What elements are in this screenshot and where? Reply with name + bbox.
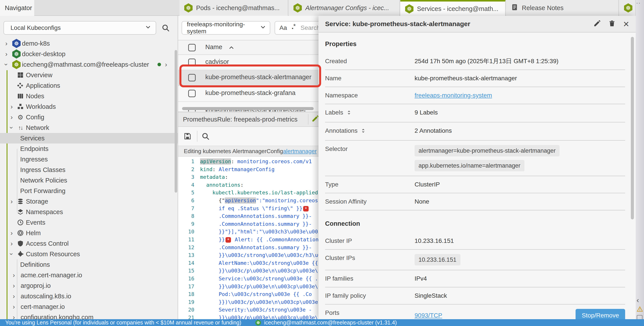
stop-remove-button[interactable]: Stop/Remove	[576, 309, 625, 319]
sidebar-item-label: Services	[20, 135, 44, 142]
editing-resource-link[interactable]: alertmanager	[283, 148, 316, 155]
chevron-down-icon[interactable]: ›	[8, 253, 15, 255]
edit-pencil-icon[interactable]	[312, 115, 319, 124]
sidebar-item-network[interactable]: ›↑↓Network	[0, 122, 178, 133]
sidebar-item-definitions[interactable]: Definitions	[0, 259, 178, 270]
close-icon[interactable]: ×	[505, 5, 506, 13]
yaml-editor[interactable]: 1apiVersion: monitoring.coreos.com/v12ki…	[178, 157, 319, 319]
tab-alertmanager-configs[interactable]: ☸Alertmanager Configs - icec...	[289, 0, 400, 16]
drawer-scrollbar[interactable]	[631, 37, 634, 220]
sidebar-item-network-policies[interactable]: Network Policies	[0, 175, 178, 186]
tab-services[interactable]: ☸Services - icecheng@math...×	[400, 0, 506, 16]
sidebar-item-ingress-classes[interactable]: Ingress Classes	[0, 164, 178, 175]
sidebar-item-custom-resources[interactable]: ›Custom Resources	[0, 249, 178, 259]
sidebar-item-nodes[interactable]: Nodes	[0, 91, 178, 101]
kubeconfig-select[interactable]: Local Kubeconfigs	[4, 21, 156, 35]
sidebar-item-workloads[interactable]: ›Workloads	[0, 101, 178, 112]
properties-heading: Properties	[325, 40, 625, 48]
editor-search-icon[interactable]	[201, 132, 210, 141]
row-checkbox[interactable]	[188, 90, 196, 97]
sort-toggle-icon[interactable]	[346, 108, 352, 118]
table-row-kube-prometheus-stack-kube-state-metrics[interactable]: kube-prometheus-stack-kube-state-metrics	[178, 102, 319, 112]
sidebar-item-label: autoscaling.k8s.io	[20, 293, 71, 300]
chevron-right-icon[interactable]: ›	[10, 198, 13, 205]
code-line-6: 6 {"apiVersion":"monitoring.coreos.com/v…	[178, 198, 319, 205]
annotation-highlight-box	[180, 64, 321, 87]
sort-toggle-icon[interactable]	[360, 127, 366, 136]
sidebar-item-autoscaling-k8s-io[interactable]: ›autoscaling.k8s.io	[0, 291, 178, 302]
sidebar-item-label: Nodes	[26, 92, 44, 100]
sidebar-item-demo-k8s[interactable]: ›☸demo-k8s	[0, 38, 178, 49]
drawer-title: Service: kube-prometheus-stack-alertmana…	[325, 20, 586, 28]
code-line-8: 8 .CommonAnnotations.summary }}-	[178, 213, 319, 221]
active-cluster-label[interactable]: icecheng@mathmast.com@freeleaps-cluster …	[264, 320, 397, 326]
sidebar-item-services[interactable]: Services	[0, 133, 178, 144]
sidebar-scrollbar[interactable]	[174, 50, 177, 192]
sidebar-item-docker-desktop[interactable]: ›☸docker-desktop	[0, 49, 178, 59]
chevron-right-icon[interactable]: ›	[5, 40, 8, 47]
save-icon[interactable]	[183, 132, 192, 141]
kubernetes-icon: ☸	[624, 3, 632, 12]
chevron-right-icon[interactable]: ›	[13, 282, 15, 289]
storage-icon	[17, 198, 24, 205]
detail-label: Cluster IPs	[325, 254, 355, 262]
chevron-right-icon[interactable]: ›	[5, 51, 8, 57]
warning-triangle-icon[interactable]	[636, 306, 643, 313]
sidebar-item-storage[interactable]: ›Storage	[0, 196, 178, 207]
delete-trash-icon[interactable]	[608, 20, 616, 28]
sidebar-item-icecheng-mathmast-com-freeleaps-cluster[interactable]: ›☸icecheng@mathmast.com@freeleaps-cluste…	[0, 59, 178, 70]
tab-release-notes[interactable]: Release Notes	[506, 0, 619, 16]
search-icon[interactable]	[162, 24, 170, 33]
editor-toolbar	[178, 127, 319, 146]
chevron-right-icon[interactable]: ›	[10, 240, 13, 247]
edit-pencil-icon[interactable]	[593, 20, 601, 28]
close-icon[interactable]: ×	[623, 19, 629, 29]
sidebar-item-helm[interactable]: ›Helm	[0, 228, 178, 238]
sidebar-item-access-control[interactable]: ›Access Control	[0, 238, 178, 249]
sidebar-item-namespaces[interactable]: Namespaces	[0, 207, 178, 217]
sidebar-item-events[interactable]: Events	[0, 217, 178, 228]
table-row-kube-prometheus-stack-grafana[interactable]: kube-prometheus-stack-grafana	[178, 86, 319, 102]
sidebar-item-argoproj-io[interactable]: ›argoproj.io	[0, 280, 178, 291]
select-all-checkbox[interactable]	[188, 44, 196, 51]
chevron-down-icon[interactable]: ›	[8, 126, 15, 129]
match-case-toggle[interactable]: Aa	[280, 24, 287, 31]
chevron-right-icon[interactable]: ›	[10, 114, 13, 120]
code-line-15: 15 }}\u003c/p\u003e\n\u003cp\u003e\u003c	[178, 268, 319, 276]
sidebar-item-label: Ingresses	[20, 156, 48, 163]
line-number: 2	[178, 166, 200, 174]
chevron-right-icon[interactable]: ›	[13, 293, 15, 300]
search-input[interactable]: Aa ▪* Search...	[274, 21, 319, 35]
kubernetes-icon: ☸	[12, 49, 20, 58]
regex-toggle[interactable]: ▪*	[292, 24, 296, 31]
sidebar-item-cert-manager-io[interactable]: ›cert-manager.io	[0, 302, 178, 312]
chevron-right-icon[interactable]: ›	[10, 230, 13, 236]
tab-pods[interactable]: ☸Pods - icecheng@mathmas...	[180, 0, 288, 16]
sidebar-item-port-forwarding[interactable]: Port Forwarding	[0, 186, 178, 196]
chevron-right-icon[interactable]: ›	[13, 304, 15, 310]
port-link[interactable]: 9093/TCP	[414, 312, 442, 319]
chevron-right-icon[interactable]: ›	[13, 272, 15, 278]
sidebar-item-ingresses[interactable]: Ingresses	[0, 154, 178, 164]
chevron-right-icon[interactable]: ›	[13, 314, 15, 319]
collapse-chevron-icon[interactable]: ‹	[636, 296, 639, 304]
chevron-right-icon[interactable]: ›	[10, 103, 13, 110]
horizontal-scrollbar[interactable]	[182, 107, 314, 110]
chevron-down-icon[interactable]: ›	[3, 64, 10, 66]
chevron-right-icon[interactable]: ›	[165, 61, 167, 68]
sidebar-item-acme-cert-manager-io[interactable]: ›acme.cert-manager.io	[0, 270, 178, 280]
sidebar-item-overview[interactable]: Overview	[0, 70, 178, 80]
namespace-link[interactable]: freeleaps-monitoring-system	[414, 92, 492, 99]
sidebar-item-endpoints[interactable]: Endpoints	[0, 144, 178, 154]
sidebar-item-applications[interactable]: Applications	[0, 80, 178, 91]
sidebar-item-label: Storage	[26, 198, 48, 205]
detail-value: 2 Annotations	[414, 127, 625, 136]
name-column-header[interactable]: Name	[205, 44, 222, 51]
tab-overflow[interactable]: ☸	[619, 0, 636, 16]
sidebar-item-label: icecheng@mathmast.com@freeleaps-cluster	[22, 61, 149, 68]
detail-label: Selector	[325, 145, 348, 153]
namespace-select[interactable]: freeleaps-monitoring-system	[182, 21, 270, 35]
sidebar-item-config[interactable]: ›⚙Config	[0, 112, 178, 122]
sidebar-item-configuration-konghq-com[interactable]: ›configuration.konghq.com	[0, 312, 178, 319]
detail-row-type: TypeClusterIP	[325, 176, 625, 193]
